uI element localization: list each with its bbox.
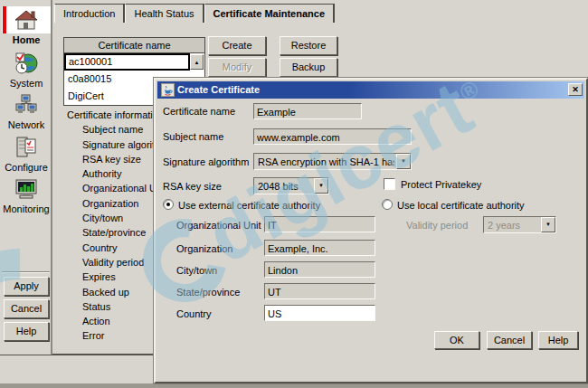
- subject-name-field[interactable]: [253, 128, 412, 145]
- java-cup-icon: [161, 83, 175, 97]
- sidebar-cancel-button[interactable]: Cancel: [4, 299, 49, 318]
- sidebar-label-monitoring: Monitoring: [2, 203, 51, 214]
- create-certificate-dialog: Create Certificate ✕ Certificate name Su…: [154, 78, 588, 383]
- window-bottom-edge: [0, 383, 588, 388]
- country-field[interactable]: [264, 305, 375, 321]
- organization-field[interactable]: [264, 240, 375, 256]
- restore-button[interactable]: Restore: [280, 36, 337, 55]
- sidebar-item-home[interactable]: Home: [2, 6, 51, 45]
- sidebar-help-button[interactable]: Help: [4, 322, 49, 341]
- apply-button[interactable]: Apply: [4, 277, 49, 296]
- use-external-ca-radio[interactable]: [163, 199, 174, 210]
- close-icon[interactable]: ✕: [568, 83, 583, 96]
- rsa-key-size-dropdown[interactable]: 2048 bits ▼: [253, 177, 329, 194]
- certificate-name-field[interactable]: [253, 103, 362, 119]
- monitoring-icon: [2, 175, 51, 203]
- chevron-down-icon: ▼: [541, 217, 555, 232]
- tab-certificate-maintenance[interactable]: Certificate Maintenance: [204, 4, 335, 23]
- dialog-title: Create Certificate: [177, 84, 260, 95]
- signature-algorithm-dropdown[interactable]: RSA encryption with SHA-1 hash ▼: [253, 153, 412, 170]
- use-local-ca-label: Use local certificate authority: [397, 200, 525, 211]
- organizational-unit-field[interactable]: [264, 216, 375, 232]
- chevron-down-icon[interactable]: ▼: [314, 178, 328, 194]
- sidebar-item-system[interactable]: System: [2, 50, 51, 89]
- ok-button[interactable]: OK: [434, 331, 479, 349]
- signature-algorithm-value: RSA encryption with SHA-1 hash: [258, 156, 394, 167]
- subject-name-label: Subject name: [163, 131, 223, 142]
- sidebar-label-system: System: [2, 78, 51, 89]
- home-icon: [2, 6, 51, 33]
- use-local-ca-radio[interactable]: [382, 199, 393, 210]
- application-window: Home System: [0, 0, 588, 388]
- validity-period-dropdown[interactable]: 2 years ▼: [483, 216, 556, 233]
- country-label: Country: [176, 308, 212, 319]
- use-external-ca-label: Use external certificate authority: [178, 200, 320, 211]
- configure-icon: [2, 134, 51, 161]
- dialog-help-button[interactable]: Help: [538, 331, 578, 349]
- create-button[interactable]: Create: [208, 36, 266, 55]
- dialog-titlebar[interactable]: Create Certificate ✕: [157, 81, 584, 99]
- validity-period-label: Validity period: [406, 220, 468, 231]
- network-icon: [2, 91, 51, 118]
- sidebar-item-configure[interactable]: Configure: [2, 134, 51, 173]
- sidebar-item-network[interactable]: Network: [2, 91, 51, 130]
- city-town-label: City/town: [176, 265, 217, 276]
- rsa-key-size-label: RSA key size: [163, 181, 222, 192]
- signature-algorithm-label: Signature algorithm: [163, 156, 249, 167]
- sidebar: Home System: [0, 0, 52, 355]
- validity-period-value: 2 years: [488, 220, 539, 231]
- dialog-cancel-button[interactable]: Cancel: [487, 331, 532, 349]
- organization-label: Organization: [176, 243, 232, 254]
- scroll-up-arrow[interactable]: ▲: [190, 54, 204, 70]
- protect-privatekey-checkbox[interactable]: [384, 178, 395, 190]
- sidebar-divider: [2, 271, 50, 273]
- certificate-row[interactable]: ac100001: [64, 53, 190, 71]
- certificate-list-header: Certificate name: [63, 37, 205, 53]
- certificate-name-label: Certificate name: [163, 106, 235, 117]
- state-province-label: State/province: [176, 287, 240, 298]
- system-icon: [2, 50, 51, 77]
- tab-introduction[interactable]: Introduction: [54, 4, 125, 23]
- protect-privatekey-label: Protect Privatekey: [401, 179, 481, 190]
- chevron-down-icon[interactable]: ▼: [396, 154, 411, 169]
- organizational-unit-label: Organizational Unit: [176, 220, 261, 231]
- state-province-field[interactable]: [264, 283, 375, 299]
- sidebar-label-home: Home: [2, 34, 51, 45]
- sidebar-label-network: Network: [2, 119, 51, 130]
- sidebar-item-monitoring[interactable]: Monitoring: [2, 175, 51, 214]
- backup-button[interactable]: Backup: [280, 58, 337, 77]
- rsa-key-size-value: 2048 bits: [258, 181, 312, 192]
- tab-health-status[interactable]: Health Status: [125, 4, 204, 23]
- modify-button[interactable]: Modify: [208, 58, 266, 77]
- sidebar-label-configure: Configure: [2, 162, 51, 173]
- city-town-field[interactable]: [264, 261, 375, 278]
- tab-bar: Introduction Health Status Certificate M…: [54, 4, 335, 23]
